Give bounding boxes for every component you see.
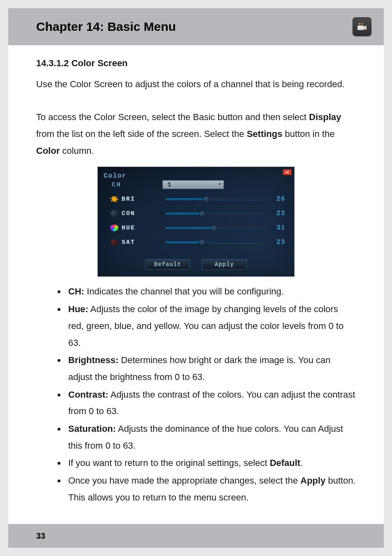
slider-label: SAT (122, 237, 135, 248)
chevron-down-icon: ▼ (219, 181, 221, 189)
bold-display: Display (309, 112, 341, 122)
text-fragment: . (300, 458, 303, 468)
term: Hue: (68, 304, 88, 314)
list-item: Contrast: Adjusts the contrast of the co… (66, 387, 356, 420)
text-fragment: Once you have made the appropriate chang… (68, 475, 300, 486)
close-icon[interactable] (283, 169, 292, 175)
sun-icon (110, 196, 118, 202)
bri-row: BRI 26 (110, 194, 285, 204)
bri-value: 26 (273, 193, 285, 206)
slider-label: BRI (122, 194, 135, 205)
contrast-slider[interactable] (166, 212, 265, 215)
bri-label: BRI (110, 194, 157, 205)
contrast-icon (110, 210, 118, 217)
color-dialog-screenshot: Color CH 1 ▼ BRI (97, 167, 295, 277)
saturation-icon (110, 239, 118, 246)
hue-slider[interactable] (166, 227, 265, 229)
sat-label: SAT (110, 237, 157, 248)
definition: Adjusts the color of the image by changi… (68, 304, 344, 348)
hue-label: HUE (110, 222, 157, 234)
term: CH: (68, 286, 84, 297)
document-page: Chapter 14: Basic Menu 14.3.1.2 Color Sc… (8, 8, 384, 548)
list-item: CH: Indicates the channel that you will … (66, 283, 356, 300)
page-footer: 33 (8, 524, 384, 548)
slider-label: HUE (122, 222, 135, 234)
text-fragment: button in the (282, 129, 334, 139)
default-button[interactable]: Default (145, 259, 190, 270)
text-fragment: from the list on the left side of the sc… (36, 129, 247, 139)
list-item: Brightness: Determines how bright or dar… (66, 352, 356, 385)
list-item: Saturation: Adjusts the dominance of the… (66, 421, 356, 454)
apply-button[interactable]: Apply (202, 259, 247, 270)
bold-apply: Apply (300, 475, 325, 486)
definition: Indicates the channel that you will be c… (84, 286, 284, 297)
intro-paragraph: Use the Color Screen to adjust the color… (36, 76, 356, 93)
saturation-slider[interactable] (166, 241, 265, 243)
sat-row: SAT 23 (110, 237, 285, 248)
sat-value: 23 (273, 236, 285, 249)
dialog-buttons: Default Apply (98, 259, 294, 270)
svg-rect-2 (357, 25, 364, 30)
definition: Adjusts the contrast of the colors. You … (68, 389, 355, 417)
text-fragment: To access the Color Screen, select the B… (36, 112, 309, 122)
channel-select[interactable]: 1 ▼ (162, 180, 224, 189)
bold-default: Default (270, 458, 300, 468)
text-fragment: column. (60, 146, 94, 156)
list-item: If you want to return to the original se… (66, 455, 356, 472)
description-list: CH: Indicates the channel that you will … (36, 283, 356, 506)
hue-icon (110, 225, 118, 231)
figure-container: Color CH 1 ▼ BRI (36, 167, 356, 277)
dialog-body: CH 1 ▼ BRI 26 (110, 179, 285, 248)
section-heading: 14.3.1.2 Color Screen (36, 55, 356, 72)
list-item: Once you have made the appropriate chang… (66, 473, 356, 506)
chapter-header: Chapter 14: Basic Menu (8, 8, 384, 45)
con-label: CON (110, 208, 157, 220)
svg-point-1 (361, 23, 363, 25)
camera-icon (353, 17, 371, 36)
term: Brightness: (68, 355, 118, 365)
channel-value: 1 (168, 180, 171, 190)
brightness-slider[interactable] (166, 198, 265, 200)
chapter-title: Chapter 14: Basic Menu (36, 20, 176, 34)
slider-label: CON (122, 208, 135, 220)
svg-point-0 (359, 23, 360, 25)
con-row: CON 23 (110, 208, 285, 219)
list-item: Hue: Adjusts the color of the image by c… (66, 301, 356, 351)
page-number: 33 (36, 531, 45, 541)
con-value: 23 (273, 208, 285, 220)
ch-label: CH (110, 179, 157, 191)
channel-row: CH 1 ▼ (110, 179, 285, 190)
bold-settings: Settings (247, 129, 282, 139)
access-paragraph: To access the Color Screen, select the B… (36, 109, 356, 159)
content-body: 14.3.1.2 Color Screen Use the Color Scre… (8, 45, 384, 506)
text-fragment: If you want to return to the original se… (68, 458, 270, 468)
hue-row: HUE 31 (110, 222, 285, 233)
term: Saturation: (68, 424, 116, 434)
term: Contrast: (68, 389, 108, 400)
hue-value: 31 (273, 222, 285, 234)
bold-color: Color (36, 146, 60, 156)
